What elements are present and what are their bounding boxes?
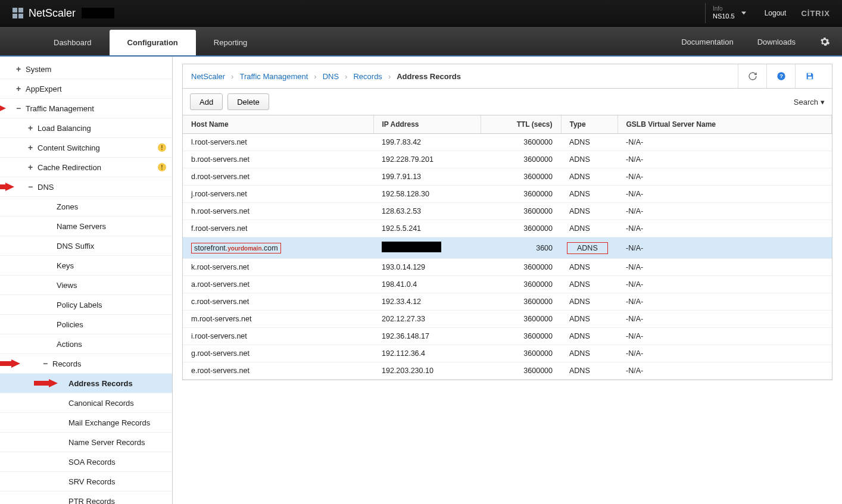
- cell-ttl: 3600000: [481, 220, 561, 237]
- gear-icon[interactable]: [819, 36, 830, 47]
- refresh-button[interactable]: [738, 64, 766, 88]
- topbar-right: Info NS10.5 Logout CİTRIX: [705, 3, 830, 23]
- crumb-netscaler[interactable]: NetScaler: [191, 72, 225, 81]
- cell-ip: 192.5.5.241: [373, 220, 481, 237]
- cell-hostname: a.root-servers.net: [183, 276, 373, 293]
- search-dropdown[interactable]: Search ▾: [794, 98, 825, 107]
- cell-ip: 199.7.83.42: [373, 134, 481, 151]
- arrow-annotation: [0, 359, 20, 368]
- cell-hostname: h.root-servers.net: [183, 203, 373, 220]
- sidebar-item-keys[interactable]: Keys: [0, 256, 172, 276]
- sidebar-item-views[interactable]: Views: [0, 276, 172, 295]
- logo: NetScaler: [12, 7, 114, 20]
- cell-ttl: 3600000: [481, 134, 561, 151]
- col-hostname[interactable]: Host Name: [183, 115, 373, 134]
- cell-ttl: 3600000: [481, 345, 561, 362]
- sidebar-item-system[interactable]: +System: [0, 60, 172, 79]
- sidebar-item-ptr-records[interactable]: PTR Records: [0, 492, 172, 504]
- sidebar-item-dns-suffix[interactable]: DNS Suffix: [0, 236, 172, 256]
- table-row[interactable]: storefront.yourdomain.com3600ADNS-N/A-: [183, 237, 832, 259]
- netscaler-icon: [12, 7, 24, 19]
- documentation-link[interactable]: Documentation: [681, 37, 733, 46]
- table-row[interactable]: i.root-servers.net192.36.148.173600000AD…: [183, 328, 832, 345]
- col-ttl[interactable]: TTL (secs): [481, 115, 561, 134]
- table-row[interactable]: f.root-servers.net192.5.5.2413600000ADNS…: [183, 220, 832, 237]
- svg-marker-6: [0, 359, 20, 368]
- table-row[interactable]: j.root-servers.net192.58.128.303600000AD…: [183, 186, 832, 203]
- table-row[interactable]: k.root-servers.net193.0.14.1293600000ADN…: [183, 259, 832, 276]
- crumb-traffic-management[interactable]: Traffic Management: [239, 72, 308, 81]
- cell-ip: 192.112.36.4: [373, 345, 481, 362]
- chevron-right-icon: ›: [388, 72, 391, 81]
- sidebar-item-traffic-management[interactable]: −Traffic Management: [0, 99, 172, 118]
- sidebar-item-appexpert[interactable]: +AppExpert: [0, 79, 172, 99]
- sidebar-item-canonical-records[interactable]: Canonical Records: [0, 393, 172, 413]
- sidebar-item-name-servers[interactable]: Name Servers: [0, 217, 172, 236]
- cell-type: ADNS: [561, 311, 618, 328]
- crumb-records[interactable]: Records: [353, 72, 382, 81]
- crumb-dns[interactable]: DNS: [323, 72, 339, 81]
- table-row[interactable]: b.root-servers.net192.228.79.2013600000A…: [183, 151, 832, 168]
- sidebar-item-ns-records[interactable]: Name Server Records: [0, 433, 172, 452]
- table-row[interactable]: l.root-servers.net199.7.83.423600000ADNS…: [183, 134, 832, 151]
- minus-icon: −: [15, 104, 22, 113]
- save-button[interactable]: [795, 64, 824, 88]
- redacted-box: [382, 242, 441, 252]
- sidebar-item-policy-labels[interactable]: Policy Labels: [0, 295, 172, 315]
- tab-reporting[interactable]: Reporting: [196, 30, 265, 55]
- cell-hostname: i.root-servers.net: [183, 328, 373, 345]
- info-dropdown[interactable]: Info NS10.5: [705, 3, 750, 23]
- sidebar-item-actions[interactable]: Actions: [0, 334, 172, 354]
- sidebar-item-mx-records[interactable]: Mail Exchange Records: [0, 413, 172, 433]
- cell-gslb: -N/A-: [618, 151, 832, 168]
- sidebar-item-load-balancing[interactable]: +Load Balancing: [0, 118, 172, 138]
- info-label: Info: [713, 5, 735, 12]
- table-row[interactable]: a.root-servers.net198.41.0.43600000ADNS-…: [183, 276, 832, 293]
- sidebar-item-soa-records[interactable]: SOA Records: [0, 452, 172, 472]
- add-button[interactable]: Add: [190, 93, 223, 110]
- sidebar-item-dns[interactable]: −DNS: [0, 177, 172, 197]
- svg-rect-11: [807, 77, 812, 79]
- cell-ip: 128.63.2.53: [373, 203, 481, 220]
- svg-marker-4: [0, 104, 6, 112]
- table-row[interactable]: h.root-servers.net128.63.2.533600000ADNS…: [183, 203, 832, 220]
- svg-rect-0: [13, 8, 17, 12]
- col-type[interactable]: Type: [561, 115, 618, 134]
- sidebar-item-cache-redirection[interactable]: +Cache Redirection!: [0, 158, 172, 177]
- tab-dashboard[interactable]: Dashboard: [36, 30, 110, 55]
- table-row[interactable]: e.root-servers.net192.203.230.103600000A…: [183, 362, 832, 380]
- topbar: NetScaler Info NS10.5 Logout CİTRIX: [0, 0, 842, 27]
- sidebar-item-records[interactable]: −Records: [0, 354, 172, 374]
- logout-link[interactable]: Logout: [765, 9, 787, 17]
- sidebar-item-address-records[interactable]: Address Records: [0, 374, 172, 393]
- table-row[interactable]: g.root-servers.net192.112.36.43600000ADN…: [183, 345, 832, 362]
- cell-ttl: 3600000: [481, 293, 561, 311]
- downloads-link[interactable]: Downloads: [757, 37, 796, 46]
- tab-configuration[interactable]: Configuration: [110, 30, 196, 55]
- delete-button[interactable]: Delete: [227, 93, 269, 110]
- cell-ttl: 3600000: [481, 203, 561, 220]
- arrow-annotation: [0, 183, 14, 191]
- table-row[interactable]: d.root-servers.net199.7.91.133600000ADNS…: [183, 168, 832, 186]
- col-ip[interactable]: IP Address: [373, 115, 481, 134]
- plus-icon: +: [27, 162, 34, 172]
- sidebar: +System +AppExpert −Traffic Management +…: [0, 57, 173, 504]
- table-row[interactable]: c.root-servers.net192.33.4.123600000ADNS…: [183, 293, 832, 311]
- svg-marker-5: [0, 183, 14, 191]
- cell-gslb: -N/A-: [618, 276, 832, 293]
- plus-icon: +: [15, 64, 22, 74]
- cell-gslb: -N/A-: [618, 311, 832, 328]
- sidebar-item-zones[interactable]: Zones: [0, 197, 172, 217]
- sidebar-item-srv-records[interactable]: SRV Records: [0, 472, 172, 492]
- cell-gslb: -N/A-: [618, 259, 832, 276]
- table-row[interactable]: m.root-servers.net202.12.27.333600000ADN…: [183, 311, 832, 328]
- col-gslb[interactable]: GSLB Virtual Server Name: [618, 115, 832, 134]
- sidebar-item-policies[interactable]: Policies: [0, 315, 172, 334]
- sidebar-item-content-switching[interactable]: +Content Switching!: [0, 138, 172, 158]
- cell-ip: 198.41.0.4: [373, 276, 481, 293]
- help-button[interactable]: ?: [766, 64, 795, 88]
- svg-rect-1: [18, 8, 23, 12]
- cell-type: ADNS: [561, 328, 618, 345]
- cell-ttl: 3600000: [481, 362, 561, 380]
- svg-rect-10: [807, 73, 810, 75]
